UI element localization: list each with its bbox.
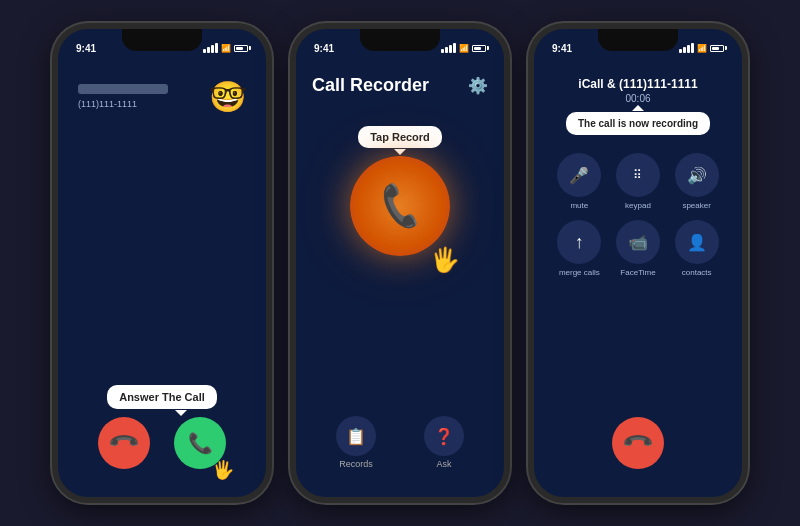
records-nav-item[interactable]: 📋 Records bbox=[336, 416, 376, 469]
caller-text: (111)111-1111 bbox=[78, 84, 209, 109]
call-controls: 🎤 mute ⠿ keypad 🔊 speaker ↑ merge calls … bbox=[550, 153, 726, 277]
end-call-area: 📞 bbox=[550, 417, 726, 489]
contacts-control[interactable]: 👤 contacts bbox=[672, 220, 721, 277]
status-icons-3: 📶 bbox=[679, 43, 724, 53]
active-call-header: iCall & (111)111-1111 00:06 bbox=[550, 77, 726, 104]
speaker-icon: 🔊 bbox=[675, 153, 719, 197]
caller-name-bar bbox=[78, 84, 168, 94]
phone3-content: iCall & (111)111-1111 00:06 The call is … bbox=[534, 61, 742, 497]
battery-icon-1 bbox=[234, 45, 248, 52]
battery-icon-2 bbox=[472, 45, 486, 52]
status-bar-2: 9:41 📶 bbox=[296, 29, 504, 61]
status-bar-3: 9:41 📶 bbox=[534, 29, 742, 61]
active-call-timer: 00:06 bbox=[550, 93, 726, 104]
phone-3: 9:41 📶 iCall & (111)111-1111 00:06 The c… bbox=[528, 23, 748, 503]
speaker-control[interactable]: 🔊 speaker bbox=[672, 153, 721, 210]
status-icons-2: 📶 bbox=[441, 43, 486, 53]
status-icons-1: 📶 bbox=[203, 43, 248, 53]
merge-calls-control[interactable]: ↑ merge calls bbox=[555, 220, 604, 277]
active-call-name: iCall & (111)111-1111 bbox=[550, 77, 726, 91]
decline-button[interactable]: 📞 bbox=[98, 417, 150, 469]
battery-icon-3 bbox=[710, 45, 724, 52]
facetime-icon: 📹 bbox=[616, 220, 660, 264]
app-title: Call Recorder bbox=[312, 75, 429, 96]
record-area: Tap Record 📞 🖐 bbox=[312, 126, 488, 256]
keypad-control[interactable]: ⠿ keypad bbox=[614, 153, 663, 210]
phone-1: 9:41 📶 (111)111-1111 🤓 Answer The Call bbox=[52, 23, 272, 503]
emoji-avatar: 🤓 bbox=[209, 79, 246, 114]
status-time-1: 9:41 bbox=[76, 43, 96, 54]
phone-2: 9:41 📶 Call Recorder ⚙️ Tap Record 📞 🖐 bbox=[290, 23, 510, 503]
merge-calls-icon: ↑ bbox=[557, 220, 601, 264]
ask-label: Ask bbox=[436, 459, 451, 469]
decline-icon: 📞 bbox=[107, 426, 142, 461]
wifi-icon-3: 📶 bbox=[697, 44, 707, 53]
ask-nav-item[interactable]: ❓ Ask bbox=[424, 416, 464, 469]
records-label: Records bbox=[339, 459, 373, 469]
signal-bars-2 bbox=[441, 43, 456, 53]
signal-bars-3 bbox=[679, 43, 694, 53]
answer-tooltip: Answer The Call bbox=[107, 385, 217, 409]
recording-tooltip: The call is now recording bbox=[566, 112, 710, 135]
recording-tooltip-wrapper: The call is now recording bbox=[550, 104, 726, 143]
phone1-content: (111)111-1111 🤓 Answer The Call 📞 📞 🖐 bbox=[58, 61, 266, 497]
status-bar-1: 9:41 📶 bbox=[58, 29, 266, 61]
caller-number: (111)111-1111 bbox=[78, 99, 209, 109]
keypad-icon: ⠿ bbox=[616, 153, 660, 197]
answer-button[interactable]: 📞 🖐 bbox=[174, 417, 226, 469]
status-time-2: 9:41 bbox=[314, 43, 334, 54]
facetime-control[interactable]: 📹 FaceTime bbox=[614, 220, 663, 277]
answer-icon: 📞 bbox=[188, 431, 213, 455]
phone2-content: Call Recorder ⚙️ Tap Record 📞 🖐 📋 Record… bbox=[296, 61, 504, 497]
hand-cursor-1: 🖐 bbox=[212, 459, 234, 481]
wifi-icon: 📶 bbox=[221, 44, 231, 53]
status-time-3: 9:41 bbox=[552, 43, 572, 54]
end-call-button[interactable]: 📞 bbox=[612, 417, 664, 469]
ask-icon: ❓ bbox=[424, 416, 464, 456]
gear-icon[interactable]: ⚙️ bbox=[468, 76, 488, 95]
record-button[interactable]: 📞 🖐 bbox=[350, 156, 450, 256]
keypad-label: keypad bbox=[625, 201, 651, 210]
mute-icon: 🎤 bbox=[557, 153, 601, 197]
call-buttons: 📞 📞 🖐 bbox=[78, 417, 246, 469]
records-icon: 📋 bbox=[336, 416, 376, 456]
speaker-label: speaker bbox=[682, 201, 710, 210]
caller-info: (111)111-1111 🤓 bbox=[78, 79, 246, 114]
contacts-icon: 👤 bbox=[675, 220, 719, 264]
phone-record-icon: 📞 bbox=[373, 180, 427, 232]
contacts-label: contacts bbox=[682, 268, 712, 277]
merge-calls-label: merge calls bbox=[559, 268, 600, 277]
phone2-header: Call Recorder ⚙️ bbox=[312, 75, 488, 96]
hand-cursor-2: 🖐 bbox=[430, 246, 460, 274]
phone2-bottom-nav: 📋 Records ❓ Ask bbox=[312, 416, 488, 489]
mute-label: mute bbox=[570, 201, 588, 210]
tap-record-tooltip: Tap Record bbox=[358, 126, 442, 148]
end-call-icon: 📞 bbox=[621, 426, 656, 461]
signal-bars-1 bbox=[203, 43, 218, 53]
mute-control[interactable]: 🎤 mute bbox=[555, 153, 604, 210]
facetime-label: FaceTime bbox=[620, 268, 655, 277]
wifi-icon-2: 📶 bbox=[459, 44, 469, 53]
